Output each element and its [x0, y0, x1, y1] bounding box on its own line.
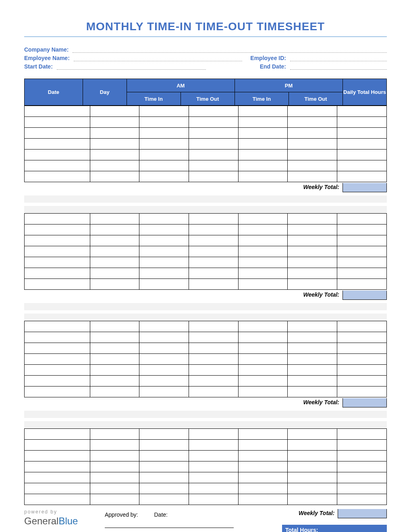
cell[interactable]	[238, 214, 288, 224]
cell[interactable]	[189, 472, 239, 483]
cell[interactable]	[25, 268, 90, 279]
cell[interactable]	[238, 279, 288, 290]
cell[interactable]	[90, 235, 139, 246]
cell[interactable]	[238, 224, 288, 235]
cell[interactable]	[139, 429, 189, 440]
cell[interactable]	[288, 387, 337, 397]
cell[interactable]	[238, 494, 288, 505]
cell[interactable]	[238, 150, 288, 160]
company-name-field[interactable]	[73, 46, 387, 53]
cell[interactable]	[337, 279, 387, 290]
cell[interactable]	[25, 472, 90, 483]
cell[interactable]	[25, 160, 90, 171]
cell[interactable]	[337, 376, 387, 387]
cell[interactable]	[238, 472, 288, 483]
cell[interactable]	[90, 128, 139, 139]
cell[interactable]	[189, 139, 239, 150]
cell[interactable]	[139, 150, 189, 160]
cell[interactable]	[238, 128, 288, 139]
cell[interactable]	[90, 279, 139, 290]
weekly-total-box[interactable]	[342, 291, 387, 300]
cell[interactable]	[238, 365, 288, 376]
cell[interactable]	[238, 106, 288, 117]
cell[interactable]	[25, 440, 90, 451]
cell[interactable]	[238, 139, 288, 150]
cell[interactable]	[25, 461, 90, 472]
cell[interactable]	[337, 106, 387, 117]
cell[interactable]	[337, 387, 387, 397]
start-date-field[interactable]	[57, 63, 206, 70]
cell[interactable]	[25, 224, 90, 235]
cell[interactable]	[139, 376, 189, 387]
cell[interactable]	[238, 268, 288, 279]
cell[interactable]	[189, 429, 239, 440]
cell[interactable]	[238, 451, 288, 461]
cell[interactable]	[90, 117, 139, 128]
cell[interactable]	[25, 365, 90, 376]
cell[interactable]	[288, 440, 337, 451]
cell[interactable]	[337, 472, 387, 483]
cell[interactable]	[337, 171, 387, 182]
cell[interactable]	[25, 106, 90, 117]
cell[interactable]	[337, 461, 387, 472]
cell[interactable]	[288, 332, 337, 343]
cell[interactable]	[337, 268, 387, 279]
employee-name-field[interactable]	[74, 54, 242, 61]
cell[interactable]	[238, 235, 288, 246]
cell[interactable]	[189, 387, 239, 397]
cell[interactable]	[337, 332, 387, 343]
cell[interactable]	[337, 257, 387, 268]
cell[interactable]	[139, 440, 189, 451]
cell[interactable]	[189, 494, 239, 505]
cell[interactable]	[25, 246, 90, 257]
cell[interactable]	[238, 321, 288, 332]
cell[interactable]	[90, 376, 139, 387]
cell[interactable]	[288, 451, 337, 461]
employee-id-field[interactable]	[290, 54, 387, 61]
cell[interactable]	[25, 429, 90, 440]
cell[interactable]	[189, 376, 239, 387]
cell[interactable]	[288, 171, 337, 182]
cell[interactable]	[25, 387, 90, 397]
cell[interactable]	[189, 332, 239, 343]
cell[interactable]	[25, 235, 90, 246]
cell[interactable]	[139, 451, 189, 461]
cell[interactable]	[139, 268, 189, 279]
cell[interactable]	[139, 483, 189, 494]
cell[interactable]	[25, 494, 90, 505]
cell[interactable]	[337, 117, 387, 128]
cell[interactable]	[139, 224, 189, 235]
cell[interactable]	[139, 387, 189, 397]
cell[interactable]	[337, 160, 387, 171]
cell[interactable]	[288, 461, 337, 472]
cell[interactable]	[288, 214, 337, 224]
cell[interactable]	[90, 139, 139, 150]
cell[interactable]	[189, 365, 239, 376]
cell[interactable]	[90, 321, 139, 332]
cell[interactable]	[288, 365, 337, 376]
cell[interactable]	[90, 494, 139, 505]
cell[interactable]	[139, 235, 189, 246]
cell[interactable]	[189, 171, 239, 182]
cell[interactable]	[189, 343, 239, 354]
cell[interactable]	[25, 354, 90, 365]
cell[interactable]	[337, 451, 387, 461]
cell[interactable]	[189, 150, 239, 160]
cell[interactable]	[337, 246, 387, 257]
cell[interactable]	[90, 343, 139, 354]
cell[interactable]	[238, 343, 288, 354]
cell[interactable]	[337, 139, 387, 150]
cell[interactable]	[139, 171, 189, 182]
cell[interactable]	[25, 128, 90, 139]
cell[interactable]	[25, 483, 90, 494]
cell[interactable]	[90, 160, 139, 171]
cell[interactable]	[90, 106, 139, 117]
cell[interactable]	[139, 343, 189, 354]
cell[interactable]	[25, 171, 90, 182]
cell[interactable]	[25, 150, 90, 160]
cell[interactable]	[90, 451, 139, 461]
cell[interactable]	[189, 224, 239, 235]
cell[interactable]	[288, 128, 337, 139]
cell[interactable]	[238, 117, 288, 128]
cell[interactable]	[189, 279, 239, 290]
